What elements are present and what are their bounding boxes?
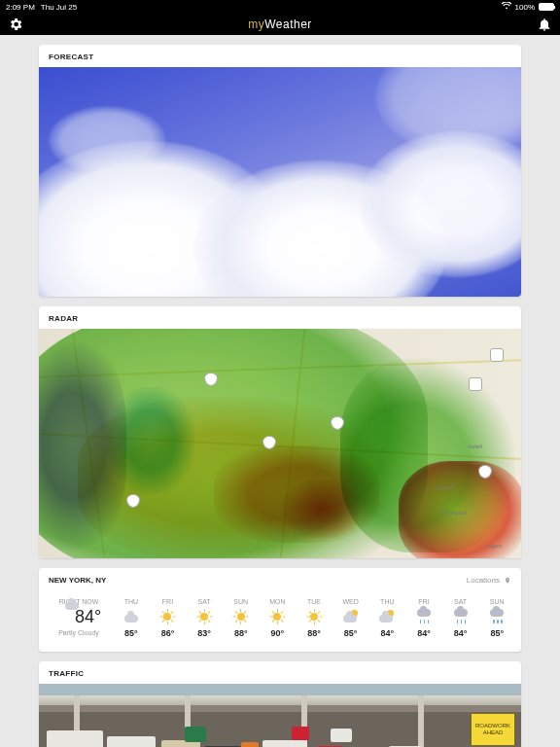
day-temp: 84° [405, 628, 442, 638]
day-temp: 84° [368, 628, 405, 638]
locations-button[interactable]: Locations [467, 576, 511, 585]
settings-icon[interactable] [8, 17, 23, 32]
rain-icon [405, 608, 442, 625]
bell-icon[interactable] [537, 17, 552, 32]
sunny-icon [150, 608, 187, 625]
day-temp: 83° [186, 628, 223, 638]
status-date: Thu Jul 25 [41, 3, 77, 12]
status-battery-pct: 100% [515, 3, 535, 12]
day-column[interactable]: WED85° [332, 594, 369, 642]
sunny-icon [223, 608, 260, 625]
day-label: SAT [186, 598, 223, 605]
current-temp: 84° [75, 607, 101, 627]
day-column[interactable]: SAT84° [442, 594, 479, 642]
current-condition: Partly Cloudy [47, 629, 111, 636]
day-column[interactable]: MON90° [260, 594, 297, 642]
location-name: NEW YORK, NY [49, 576, 106, 585]
status-bar: 2:09 PM Thu Jul 25 100% [0, 0, 560, 14]
day-temp: 88° [296, 628, 332, 638]
day-temp: 88° [223, 628, 260, 638]
rain-icon [442, 608, 479, 625]
day-column[interactable]: SAT83° [186, 594, 223, 642]
radar-card[interactable]: RADAR Astell Oxford Logan Lexington [39, 306, 521, 558]
day-label: TUE [296, 598, 332, 605]
forecast-card[interactable]: FORECAST [39, 45, 521, 297]
radar-image: Astell Oxford Logan Lexington [39, 329, 521, 558]
day-temp: 86° [150, 628, 187, 638]
day-column[interactable]: TUE88° [296, 594, 332, 642]
day-label: WED [332, 598, 369, 605]
content: FORECAST RADAR Astell Oxford Logan [0, 35, 560, 747]
sunny-icon [296, 608, 332, 625]
battery-icon [539, 3, 554, 11]
day-temp: 90° [260, 628, 297, 638]
location-header: NEW YORK, NY Locations [39, 568, 521, 590]
day-column[interactable]: FRI86° [150, 594, 187, 642]
day-label: THU [113, 598, 150, 605]
day-label: FRI [405, 598, 442, 605]
partly-icon [368, 608, 405, 625]
day-label: FRI [150, 598, 187, 605]
forecast-image [39, 67, 521, 297]
day-temp: 85° [113, 628, 150, 638]
sunny-icon [260, 608, 297, 625]
app-title: myWeather [248, 18, 312, 31]
nav-bar: myWeather [0, 14, 560, 35]
pin-icon [504, 577, 511, 585]
current-weather: RIGHT NOW 84° Partly Cloudy [45, 594, 113, 642]
day-temp: 84° [442, 628, 479, 638]
forecast-title: FORECAST [39, 45, 521, 67]
day-label: SUN [223, 598, 260, 605]
traffic-image: ROADWORK AHEAD 80 [39, 684, 521, 747]
day-temp: 85° [478, 628, 515, 638]
day-label: MON [260, 598, 297, 605]
day-label: SUN [478, 598, 515, 605]
day-column[interactable]: THU85° [113, 594, 150, 642]
traffic-card[interactable]: TRAFFIC ROADWORK AHEAD 80 [39, 661, 521, 747]
status-time: 2:09 PM [6, 3, 35, 12]
cloudy-icon [113, 608, 150, 625]
traffic-title: TRAFFIC [39, 661, 521, 684]
partly-icon [332, 608, 369, 625]
sunny-icon [186, 608, 223, 625]
day-label: SAT [442, 598, 479, 605]
radar-title: RADAR [39, 306, 521, 329]
day-column[interactable]: SUN85° [478, 594, 515, 642]
day-label: THU [368, 598, 405, 605]
wifi-icon [502, 2, 511, 12]
day-column[interactable]: THU84° [368, 594, 405, 642]
daily-card[interactable]: NEW YORK, NY Locations RIGHT NOW 84° Par… [39, 568, 521, 652]
day-temp: 85° [332, 628, 369, 638]
daily-forecast-row: RIGHT NOW 84° Partly Cloudy THU85°FRI86°… [39, 590, 521, 652]
rain-icon [478, 608, 515, 625]
day-column[interactable]: FRI84° [405, 594, 442, 642]
road-sign: ROADWORK AHEAD [471, 713, 515, 746]
cloudy-icon [56, 610, 72, 625]
day-column[interactable]: SUN88° [223, 594, 260, 642]
